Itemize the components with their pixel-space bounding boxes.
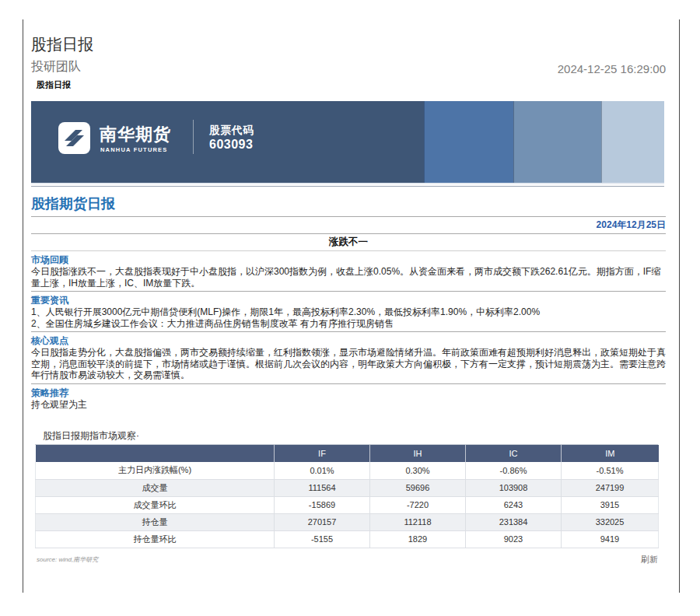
- row-label: 持仓量: [36, 513, 275, 530]
- observation-table-title: 股指日报期指市场观察·: [35, 430, 658, 445]
- divider: [31, 250, 666, 251]
- section-body-strategy: 持仓观望为主: [31, 399, 666, 411]
- cell-value: -0.51%: [562, 462, 659, 479]
- report-headline: 涨跌不一: [31, 236, 666, 248]
- report-section-title: 股指期货日报: [31, 194, 666, 214]
- table-row: 成交量环比 -15869 -7220 6243 3915: [36, 496, 659, 513]
- section-heading-core-view: 核心观点: [31, 334, 666, 347]
- banner-band-2: [424, 101, 513, 183]
- col-header-im: IM: [562, 445, 659, 462]
- table-row: 成交量 111564 59696 103908 247199: [36, 479, 659, 496]
- row-label: 成交量: [36, 479, 275, 496]
- team-label: 投研团队: [31, 59, 81, 75]
- cell-value: -15869: [275, 496, 370, 513]
- nanhua-logo-icon: [58, 122, 90, 154]
- cell-value: 111564: [275, 479, 370, 496]
- cell-value: 9419: [562, 530, 659, 548]
- news-item: 1、人民银行开展3000亿元中期借贷便利(MLF)操作，期限1年，最高投标利率2…: [31, 306, 666, 318]
- page-border-left: [23, 19, 23, 593]
- news-item: 2、全国住房城乡建设工作会议：大力推进商品住房销售制度改革 有力有序推行现房销售: [31, 318, 666, 330]
- observation-table: IF IH IC IM 主力日内涨跌幅(%) 0.01% 0.30% -0.86…: [35, 445, 659, 548]
- data-source-note: source: wind,南华研究: [35, 555, 98, 564]
- brand-name-cn: 南华期货: [100, 123, 171, 146]
- col-header-ih: IH: [370, 445, 466, 462]
- divider: [31, 331, 666, 332]
- cell-value: 1829: [370, 530, 466, 548]
- row-label: 持仓量环比: [36, 530, 275, 548]
- cell-value: -5155: [275, 530, 370, 548]
- divider: [31, 233, 666, 234]
- divider: [31, 291, 666, 292]
- cell-value: 270157: [275, 513, 370, 530]
- brand-name-en: NANHUA FUTURES: [100, 146, 168, 153]
- cell-value: 247199: [562, 479, 659, 496]
- cell-value: 112118: [370, 513, 466, 530]
- cell-value: 6243: [466, 496, 562, 513]
- page-border-right: [679, 19, 680, 593]
- cell-value: 0.30%: [370, 462, 466, 479]
- stock-code-label: 股票代码: [209, 124, 254, 138]
- table-header-row: IF IH IC IM: [36, 445, 659, 462]
- table-row: 持仓量环比 -5155 1829 9023 9419: [36, 530, 659, 548]
- divider: [31, 383, 666, 384]
- section-heading-market-review: 市场回顾: [31, 254, 666, 266]
- col-header-blank: [36, 445, 275, 462]
- stock-code-value: 603093: [209, 138, 253, 152]
- report-date: 2024年12月25日: [31, 219, 666, 231]
- table-row: 主力日内涨跌幅(%) 0.01% 0.30% -0.86% -0.51%: [36, 462, 659, 479]
- cell-value: 332025: [562, 513, 659, 530]
- cell-value: 231384: [466, 513, 562, 530]
- observation-table-block: 股指日报期指市场观察· IF IH IC IM 主力日内涨跌幅(%) 0.01: [35, 430, 658, 565]
- refresh-button[interactable]: 刷新: [641, 554, 658, 565]
- cell-value: -0.86%: [466, 462, 562, 479]
- table-row: 持仓量 270157 112118 231384 332025: [36, 513, 659, 530]
- cell-value: -7220: [370, 496, 466, 513]
- report-content: 股指期货日报 2024年12月25日 涨跌不一 市场回顾 今日股指涨跌不一，大盘…: [31, 194, 666, 565]
- banner-band-3: [513, 101, 601, 183]
- banner-band-4: [601, 101, 664, 183]
- cell-value: 9023: [466, 530, 562, 548]
- row-label: 主力日内涨跌幅(%): [36, 462, 275, 479]
- page-title: 股指日报: [31, 34, 666, 54]
- row-label: 成交量环比: [36, 496, 275, 513]
- cell-value: 59696: [370, 479, 466, 496]
- divider: [31, 216, 666, 217]
- section-heading-strategy: 策略推荐: [31, 387, 666, 399]
- section-body-core-view: 今日股指走势分化，大盘股指偏强，两市交易额持续缩量，红利指数领涨，显示市场避险情…: [31, 347, 666, 381]
- col-header-ic: IC: [466, 445, 562, 462]
- publish-timestamp: 2024-12-25 16:29:00: [558, 62, 666, 75]
- cell-value: 0.01%: [275, 462, 370, 479]
- section-heading-news: 重要资讯: [31, 294, 666, 306]
- col-header-if: IF: [275, 445, 370, 462]
- header: 股指日报 投研团队 2024-12-25 16:29:00 股指日报: [31, 34, 666, 91]
- cell-value: 103908: [466, 479, 562, 496]
- banner-underline: [31, 186, 664, 187]
- report-page: 股指日报 投研团队 2024-12-25 16:29:00 股指日报 南华期货 …: [0, 0, 700, 616]
- banner-divider: [193, 120, 194, 154]
- brand-banner: 南华期货 NANHUA FUTURES 股票代码 603093: [31, 101, 664, 184]
- report-tag: 股指日报: [37, 79, 666, 91]
- section-body-market-review: 今日股指涨跌不一，大盘股指表现好于中小盘股指，以沪深300指数为例，收盘上涨0.…: [31, 266, 666, 289]
- cell-value: 3915: [562, 496, 659, 513]
